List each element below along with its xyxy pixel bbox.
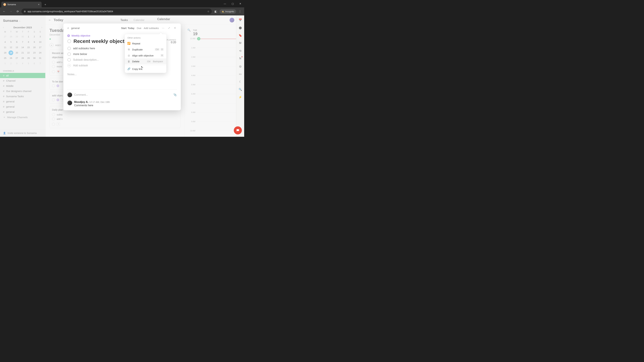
add-subtasks-button[interactable]: Add subtasks: [144, 27, 159, 29]
calendar-day[interactable]: 29: [14, 34, 19, 39]
calendar-day[interactable]: 2: [32, 34, 37, 39]
calendar-day[interactable]: 6: [32, 61, 37, 66]
subtask-checkbox[interactable]: [52, 65, 55, 68]
tab-tasks[interactable]: Tasks: [120, 18, 128, 22]
start-date-button[interactable]: Start: Today: [121, 27, 134, 29]
sidebar-item-channel[interactable]: #Channel: [0, 78, 45, 83]
gcal-icon[interactable]: 📅: [238, 18, 242, 22]
forward-button[interactable]: →: [8, 8, 14, 14]
calendar-day[interactable]: 28: [20, 56, 25, 60]
close-tab-icon[interactable]: ✕: [38, 3, 40, 6]
calendar-day[interactable]: 27: [14, 56, 19, 60]
complete-checkbox[interactable]: [52, 123, 55, 126]
subtask-checkbox[interactable]: [52, 117, 55, 120]
moon-icon[interactable]: ☾: [238, 80, 242, 83]
subtask-row[interactable]: add n: [52, 117, 178, 121]
calendar-day[interactable]: 7: [20, 40, 25, 44]
calendar-day[interactable]: 9: [32, 40, 37, 44]
complete-checkbox[interactable]: [52, 98, 55, 101]
address-bar[interactable]: ⚙ app.sunsama.com/group/moodjoy_workspac…: [22, 8, 212, 14]
calendar-day[interactable]: 13: [14, 45, 19, 50]
lightning-icon[interactable]: ⚡: [238, 95, 242, 99]
site-info-icon[interactable]: ⚙: [24, 10, 26, 13]
calendar-day[interactable]: 26: [8, 56, 13, 60]
sidebar-item-channel[interactable]: #Our designers channel: [0, 88, 45, 94]
calendar-day[interactable]: 4: [3, 40, 8, 44]
hour-row[interactable]: 2 AM: [187, 57, 244, 66]
bookmark-icon[interactable]: 🔖: [238, 33, 242, 37]
comment-input[interactable]: Comment...: [74, 93, 172, 96]
hour-row[interactable]: 5 AM: [187, 85, 244, 94]
date-icon[interactable]: 📅: [57, 70, 60, 73]
calendar-day[interactable]: 24: [38, 50, 42, 55]
sidebar-item-channel[interactable]: #general: [0, 99, 45, 104]
expand-modal-button[interactable]: ⤢: [167, 26, 171, 29]
refresh-icon[interactable]: ⟲: [238, 49, 242, 53]
calendar-day[interactable]: 10: [38, 40, 42, 44]
calendar-day[interactable]: 16: [32, 45, 37, 50]
dropdown-item-duplicate[interactable]: ⧉DuplicateCtrlD: [125, 46, 166, 52]
calendar-day[interactable]: 8: [26, 40, 31, 44]
calendar-day[interactable]: 3: [38, 34, 42, 39]
calendar-day[interactable]: 30: [20, 34, 25, 39]
sidebar-item-channel[interactable]: #general: [0, 104, 45, 109]
hour-row[interactable]: 12 AM✓: [187, 38, 244, 48]
bookmark-icon[interactable]: ☆: [207, 10, 210, 13]
prev-month-button[interactable]: ‹: [2, 25, 4, 29]
more-actions-button[interactable]: ⋯: [161, 26, 165, 29]
subtask-row[interactable]: subta: [52, 112, 178, 117]
due-date-button[interactable]: Due: [137, 27, 142, 29]
calendar-day[interactable]: 6: [14, 40, 19, 44]
tab-calendar[interactable]: Calendar: [134, 18, 144, 22]
calendar-day[interactable]: 20: [14, 50, 19, 55]
dropdown-item-copy-link[interactable]: 🔗 Copy link: [125, 66, 166, 72]
calendar-day[interactable]: 27: [3, 34, 8, 39]
reload-button[interactable]: ⟳: [15, 8, 20, 14]
new-tab-button[interactable]: ＋: [43, 2, 48, 7]
dropdown-item-align-with-objective[interactable]: ◎Align with objectiveR: [125, 52, 166, 58]
browser-tab[interactable]: Sunsama ✕: [1, 2, 42, 7]
planned-time[interactable]: PLANNED 0:20: [167, 39, 176, 44]
dropdown-item-delete[interactable]: 🗑DeleteCtrlBackspace: [125, 58, 166, 64]
calendar-day[interactable]: 4: [20, 61, 25, 66]
gmail-icon[interactable]: M: [238, 41, 242, 45]
target-icon[interactable]: ◎: [238, 64, 242, 68]
task-channel[interactable]: general: [71, 27, 80, 29]
notion-icon[interactable]: N: [238, 57, 242, 60]
chat-widget-button[interactable]: [234, 126, 242, 134]
calendar-day[interactable]: 25: [3, 56, 8, 60]
manage-channels-button[interactable]: ＋ Manage Channels: [0, 114, 45, 120]
subtask-checkbox[interactable]: [52, 113, 55, 116]
dropdown-item-repeat[interactable]: 🔁Repeat: [125, 40, 166, 46]
calendar-day[interactable]: 21: [20, 50, 25, 55]
sidebar-item-channel[interactable]: #Sunsama Tasks: [0, 94, 45, 99]
sidebar-item-channel[interactable]: #general: [0, 109, 45, 114]
calendar-day[interactable]: 3: [14, 61, 19, 66]
calendar-day[interactable]: 14: [20, 45, 25, 50]
calendar-day[interactable]: 2: [8, 61, 13, 66]
user-avatar[interactable]: [230, 18, 234, 22]
maximize-button[interactable]: ▢: [229, 0, 236, 7]
search-icon[interactable]: 🔍: [238, 87, 242, 91]
complete-checkbox[interactable]: [52, 70, 55, 73]
calendar-search-icon[interactable]: 🔍: [187, 28, 191, 32]
calendar-day[interactable]: 23: [32, 50, 37, 55]
hour-row[interactable]: 7 AM: [187, 103, 244, 112]
subtask-checkbox[interactable]: [52, 61, 55, 64]
menu-button[interactable]: ⋮: [237, 8, 243, 14]
minimize-button[interactable]: ―: [221, 0, 229, 7]
subtask-checkbox[interactable]: [68, 47, 71, 50]
calendar-day[interactable]: 29: [26, 56, 31, 60]
complete-checkbox[interactable]: [52, 84, 55, 87]
hour-row[interactable]: 8 AM: [187, 112, 244, 121]
calendar-day[interactable]: 5: [26, 61, 31, 66]
incognito-badge[interactable]: 🕵 Incognito: [220, 9, 236, 14]
close-window-button[interactable]: ✕: [236, 0, 244, 7]
calendar-day[interactable]: 1: [3, 61, 8, 66]
calendar-day[interactable]: 7: [38, 61, 42, 66]
calendar-day[interactable]: 15: [26, 45, 31, 50]
calendar-day[interactable]: 12: [8, 45, 13, 50]
calendar-day[interactable]: 19: [8, 50, 13, 55]
hour-row[interactable]: 6 AM: [187, 94, 244, 103]
calendar-day[interactable]: 1: [26, 34, 31, 39]
